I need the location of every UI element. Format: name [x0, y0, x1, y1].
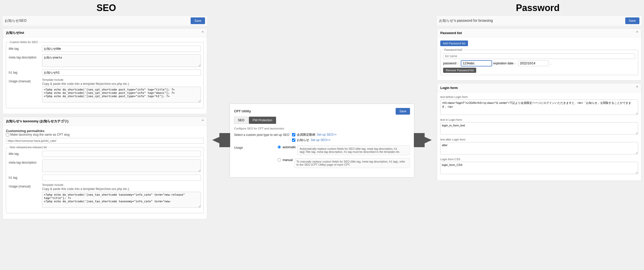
cpt-checkboxes: 会員限定動画 Set up SEO>> お知らせ Set up SEO>>	[292, 133, 410, 142]
remove-password-button[interactable]: Remove Password list	[443, 68, 476, 73]
expiration-input[interactable]	[518, 61, 549, 66]
title-tag-input[interactable]	[42, 46, 201, 52]
center-panel: CPT Utility Save SEO PW Protection Confi…	[213, 16, 431, 265]
title-tag2-label: title tag	[9, 151, 40, 156]
setup-seo-link-1[interactable]: Set up SEO>>	[317, 133, 337, 136]
template-code2[interactable]: <?php echo do_shortcode('[seo_tax_shortc…	[42, 192, 201, 208]
taxonomy-slug-checkbox-label[interactable]: Make taxonomy slug the same as CPT slug	[6, 133, 204, 136]
taxonomy-slug-checkbox[interactable]	[6, 133, 9, 136]
radio-automatic[interactable]	[278, 145, 281, 149]
meta-tag-textarea[interactable]: お知らせmeta	[42, 54, 201, 67]
seo-heading: SEO	[0, 3, 212, 13]
center-save-button[interactable]: Save	[396, 108, 410, 115]
title-tag-label: title tag	[9, 46, 40, 51]
manual-option: manual To manually replace custom fields…	[278, 158, 410, 168]
h1-tag2-input[interactable]	[42, 175, 201, 181]
svg-marker-0	[212, 133, 230, 147]
meta-tag2-label: meta tag description	[9, 159, 40, 164]
text-before-label: text before Login form	[440, 95, 638, 98]
customizing-label: Customizing permalinks	[6, 129, 204, 133]
left-panel: お知らせSEO Save お知らせlist ^ Custom fields fo…	[3, 16, 207, 265]
template-include-label: Template Include	[42, 78, 201, 81]
css-textarea[interactable]: login_form_CSS	[440, 162, 638, 174]
check-row-2: お知らせ Set up SEO>>	[292, 138, 410, 142]
login-form-card: Login form ^ text before Login form <h3 …	[437, 83, 641, 181]
template-code[interactable]: <?php echo do_shortcode('[seo_cpt_shortc…	[42, 87, 201, 103]
usage-manual-label: Usage (manual)	[9, 78, 40, 83]
password-field-label: password：	[443, 61, 459, 66]
auto-desc: Automatically replace custom fields for …	[297, 145, 410, 155]
kaiin-label: 会員限定動画	[297, 133, 315, 137]
usage2-label: Usage (manual)	[9, 183, 40, 188]
manual-desc: To manually replace custom fields for SE…	[294, 158, 410, 168]
oshirase-label: お知らせ	[297, 138, 309, 142]
login-form-header: Login form ^	[437, 83, 641, 92]
template-include2-label: Template Include	[42, 183, 201, 186]
password-list-title: Password list	[440, 31, 462, 35]
usage-label: Usage	[234, 145, 275, 149]
svg-marker-1	[414, 133, 432, 147]
left-panel-title: お知らせSEO	[5, 18, 27, 23]
css-label: Login form CSS	[440, 158, 638, 161]
check-row-1: 会員限定動画 Set up SEO>>	[292, 133, 410, 137]
usage-options: automatic Automatically replace custom f…	[278, 145, 410, 170]
new-release-legend: New release(new-release) list	[9, 146, 48, 149]
text-after-label: text after Login form	[440, 138, 638, 141]
auto-option: automatic Automatically replace custom f…	[278, 145, 410, 155]
section1-toggle[interactable]: ^	[202, 31, 204, 35]
expiration-label: expiration date：	[493, 61, 517, 66]
select-cpt-row: Select a custom post type to set up SEO …	[234, 133, 410, 142]
center-content: CPT Utility Save SEO PW Protection Confi…	[230, 104, 414, 177]
right-arrow-icon	[414, 133, 432, 147]
password-list-card: Password list ^ Add Password list Passwo…	[437, 28, 641, 81]
text-in-label: text in Login form	[440, 118, 638, 121]
section2-title: お知らせ's taxonomy (お知らせカテゴリ)	[6, 119, 69, 124]
tab-pw-protection[interactable]: PW Protection	[249, 117, 276, 124]
meta-tag-label: meta tag description	[9, 54, 40, 59]
expiration-dot: .	[550, 62, 551, 65]
text-after-textarea[interactable]: after	[440, 142, 638, 154]
right-save-button[interactable]: Save	[625, 17, 639, 24]
title-tag2-input[interactable]	[42, 151, 201, 157]
setup-seo-link-2[interactable]: Set up SEO>>	[311, 138, 330, 142]
radio-manual[interactable]	[278, 158, 281, 162]
manual-label: manual	[282, 158, 292, 162]
section2-header: お知らせ's taxonomy (お知らせカテゴリ) ^	[3, 117, 207, 126]
template-desc2: Copy & paste this code into a template f…	[42, 187, 201, 191]
add-password-button[interactable]: Add Password list	[440, 41, 468, 46]
tab-seo[interactable]: SEO	[234, 117, 248, 124]
checkbox-oshirase[interactable]	[292, 138, 295, 142]
password-list2-legend: Password list2	[443, 48, 463, 51]
h1-tag-label: h1 tag	[9, 69, 40, 74]
usage-row: Usage automatic Automatically replace cu…	[234, 145, 410, 170]
password-input[interactable]	[461, 61, 492, 66]
password-list-toggle[interactable]: ^	[636, 31, 638, 35]
tab-bar: SEO PW Protection	[234, 117, 410, 124]
cpt-subtitle: Configure SEO for CPT and taxonomies	[234, 127, 410, 130]
h1-tag-input[interactable]	[42, 69, 201, 76]
list-name-input[interactable]	[443, 53, 635, 59]
fieldset1-legend: Custom fields for SEO	[9, 41, 39, 44]
left-arrow-icon	[212, 133, 230, 147]
password-heading: Password	[432, 3, 644, 13]
section2-toggle[interactable]: ^	[202, 119, 204, 124]
text-in-textarea[interactable]: login_in_form_text	[440, 122, 638, 135]
cpt-title: CPT Utility	[234, 109, 251, 113]
right-panel-title: お知らせ's password for browsing	[439, 18, 493, 23]
auto-label: automatic	[282, 145, 296, 149]
right-panel: お知らせ's password for browsing Save Passwo…	[437, 16, 641, 265]
section1-header: お知らせlist ^	[3, 28, 207, 37]
login-form-toggle[interactable]: ^	[636, 85, 638, 90]
taxonomy-slug-text: Make taxonomy slug the same as CPT slug	[10, 133, 70, 136]
section1-card: お知らせlist ^ Custom fields for SEO title t…	[3, 28, 207, 114]
meta-tag2-textarea[interactable]	[42, 159, 201, 172]
text-before-textarea[interactable]: <h3 class="loginT">LOGIN</h3><p class="t…	[440, 99, 638, 115]
permalink-input[interactable]	[6, 138, 204, 144]
select-cpt-label: Select a custom post type to set up SEO	[234, 133, 289, 137]
checkbox-kaiin[interactable]	[292, 133, 295, 136]
left-save-button[interactable]: Save	[191, 17, 205, 24]
template-desc: Copy & paste this code into a template f…	[42, 82, 201, 86]
login-form-title: Login form	[440, 86, 458, 90]
section1-title: お知らせlist	[6, 31, 24, 35]
section2-card: お知らせ's taxonomy (お知らせカテゴリ) ^ Customizing…	[3, 117, 207, 219]
